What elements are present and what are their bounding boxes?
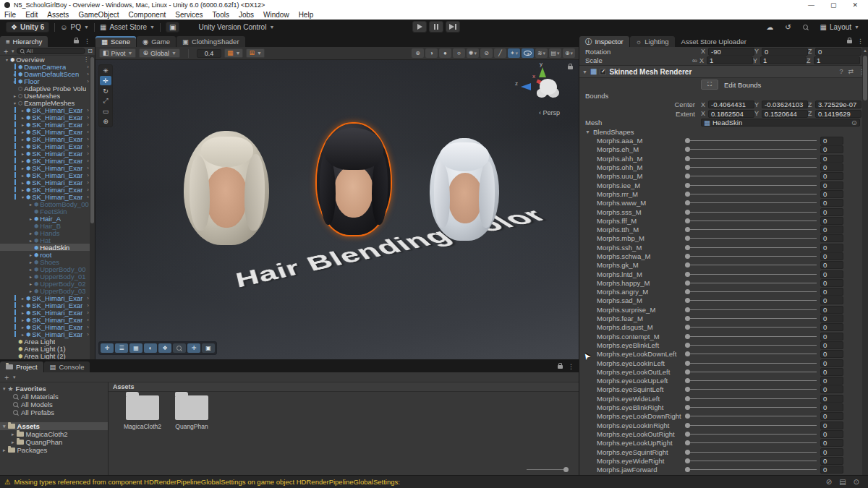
prefab-open-arrow-icon[interactable]: › [87,309,89,316]
debug-dropdown-button[interactable]: ✺▾ [467,48,479,58]
menu-gameobject[interactable]: GameObject [78,11,119,19]
menu-tools[interactable]: Tools [213,11,229,19]
hierarchy-item-area-light-1-[interactable]: ⬢Area Light (1) [0,345,95,352]
hierarchy-item-sk-himari-exar[interactable]: ▸⬢SK_Himari_Exar› [0,157,95,164]
blendshape-slider[interactable] [685,217,817,224]
hierarchy-item-sk-himari-exar[interactable]: ▸⬢SK_Himari_Exar› [0,114,95,121]
menu-jobs[interactable]: Jobs [239,11,254,19]
hierarchy-item-feetskin[interactable]: ⬢FeetSkin [0,207,95,215]
center-y-field[interactable]: -0.03624103 [762,100,808,108]
add-gameobject-button[interactable]: ＋ [2,46,9,56]
menu-edit[interactable]: Edit [25,11,38,19]
grid-size-field[interactable]: 0.4 [197,49,221,58]
expand-arrow-icon[interactable]: ▸ [27,260,34,265]
blendshape-slider[interactable] [685,173,817,180]
tab-inspector[interactable]: ⓘ Inspector [579,36,629,47]
blendshape-slider[interactable] [685,430,817,437]
expand-arrow-icon[interactable]: ▸ [20,180,26,185]
blendshape-value-field[interactable]: 0 [820,350,843,358]
prefab-open-arrow-icon[interactable]: › [87,64,89,70]
blendshape-value-field[interactable]: 0 [820,333,843,341]
blendshape-slider[interactable] [685,324,817,331]
slider-knob[interactable] [685,467,690,472]
slider-knob[interactable] [685,262,690,267]
slider-knob[interactable] [685,147,690,152]
blendshape-slider[interactable] [685,155,817,162]
expand-arrow-icon[interactable]: ▸ [20,122,26,127]
gizmo-lock-icon[interactable] [568,66,573,69]
mic-toggle-button[interactable]: ╱ [494,48,506,58]
expand-arrow-icon[interactable]: ▸ [27,238,34,243]
twod-toggle-button[interactable]: ○ [453,48,465,58]
slider-knob[interactable] [685,254,690,259]
edit-bounds-button[interactable]: ⛶ [701,80,718,90]
scrollbar-thumb[interactable] [863,56,867,100]
move-snap-dropdown[interactable]: ⊞▼ [246,48,264,58]
tab-game[interactable]: ◉ Game [137,36,176,47]
pause-button[interactable] [429,21,443,33]
blendshape-slider[interactable] [685,404,817,411]
prefab-open-arrow-icon[interactable]: › [87,121,89,128]
favorite-all-models[interactable]: All Models [0,401,108,408]
blendshape-value-field[interactable]: 0 [820,288,843,296]
blendshape-slider[interactable] [685,297,817,304]
blendshape-slider[interactable] [685,288,817,296]
lighting-toggle-button[interactable]: ● [439,48,451,58]
rotation-x-field[interactable]: -90 [708,48,754,56]
blendshape-value-field[interactable]: 0 [820,412,843,420]
blendshape-value-field[interactable]: 0 [820,395,843,403]
scale-link-icon[interactable]: ∞ [692,56,699,64]
blendshape-value-field[interactable]: 0 [820,368,843,376]
search-icon[interactable] [803,25,809,30]
blendshape-slider[interactable] [685,253,817,260]
hierarchy-item-sk-himari-exar[interactable]: ▸⬢SK_Himari_Exar› [0,164,95,171]
hierarchy-item-upperbody-00[interactable]: ▸⬢UpperBody_00 [0,265,95,273]
hierarchy-item-sk-himari-exar[interactable]: ▸⬢SK_Himari_Exar› [0,186,95,193]
blendshape-slider[interactable] [685,440,817,447]
slider-knob[interactable] [685,236,690,241]
unity-hub-button[interactable]: ❖ Unity 6 [6,22,49,33]
axis-y-cone[interactable] [539,67,546,77]
hierarchy-item-sk-himari-exar[interactable]: ▸⬢SK_Himari_Exar› [0,106,95,114]
scale-y-field[interactable]: 1 [760,56,807,64]
hierarchy-item-sk-himari-exar[interactable]: ▸⬢SK_Himari_Exar› [0,179,95,186]
blendshape-slider[interactable] [685,359,817,367]
blendshape-value-field[interactable]: 0 [820,448,843,456]
hierarchy-item-hands[interactable]: ▸⬢Hands [0,229,95,236]
blendshape-value-field[interactable]: 0 [820,466,843,474]
blendshape-slider[interactable] [685,244,817,251]
prefab-open-arrow-icon[interactable]: › [87,71,89,77]
slider-knob[interactable] [685,165,690,170]
blendshape-slider[interactable] [685,279,817,286]
tab-asset-store-uploader[interactable]: Asset Store Uploader [676,36,752,47]
asset-store-dropdown[interactable]: ▦ Asset Store ▼ [100,23,155,31]
slider-knob[interactable] [685,307,690,312]
gizmo-hub[interactable] [540,79,557,95]
blendshape-value-field[interactable]: 0 [820,296,843,304]
expand-arrow-icon[interactable]: ▸ [12,432,14,437]
blendshape-slider[interactable] [685,386,817,393]
prefab-open-arrow-icon[interactable]: › [87,136,89,142]
hierarchy-item-headskin[interactable]: ⬢HeadSkin [0,244,95,251]
expand-arrow-icon[interactable]: ▸ [20,144,26,149]
overlay-gizmo-button[interactable]: ❖ [158,343,171,353]
extent-x-field[interactable]: 0.1862504 [708,110,754,118]
expand-arrow-icon[interactable]: ▸ [27,267,34,272]
hierarchy-item-root[interactable]: ▸⬢root [0,251,95,258]
hierarchy-item-shoes[interactable]: ▸⬢Shoes [0,258,95,265]
blendshape-value-field[interactable]: 0 [820,226,843,234]
global-dropdown[interactable]: ⊕ Global ▼ [139,48,180,58]
search-window-icon[interactable]: ⊡ [88,48,93,54]
blendshape-slider[interactable] [685,200,817,207]
slider-knob[interactable] [685,325,690,330]
object-picker-icon[interactable]: ⊙ [851,119,857,127]
hierarchy-item-hat[interactable]: ▸⬢Hat [0,236,95,244]
scale-x-field[interactable]: 1 [707,56,753,64]
lock-icon[interactable] [74,40,79,43]
slider-knob[interactable] [685,156,690,161]
favorite-all-materials[interactable]: All Materials [0,393,108,401]
blendshape-slider[interactable] [685,457,817,464]
project-add-dropdown-icon[interactable]: ▾ [13,374,16,380]
hierarchy-item-area-light-2-[interactable]: ⬢Area Light (2) [0,352,95,359]
hand-tool[interactable]: ✳ [100,66,111,75]
